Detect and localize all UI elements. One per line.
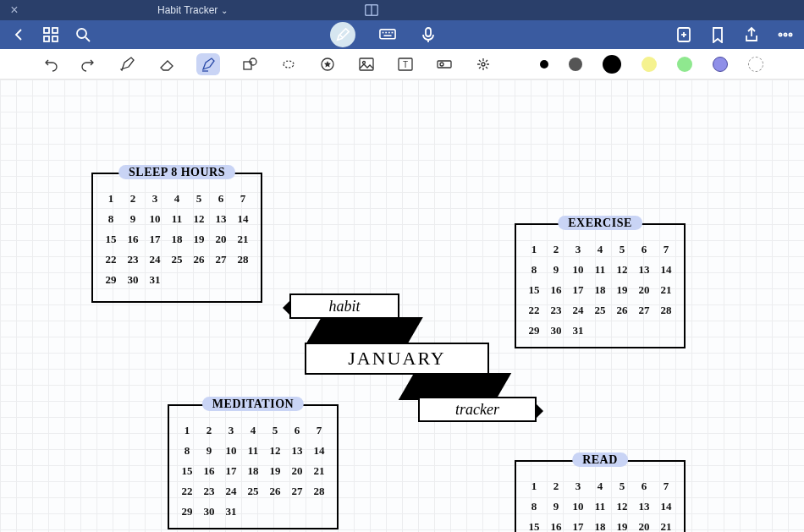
- day-cell[interactable]: 20: [288, 462, 306, 480]
- day-cell[interactable]: 31: [569, 321, 587, 340]
- day-cell[interactable]: 20: [635, 518, 653, 532]
- keyboard-icon[interactable]: [379, 26, 396, 43]
- day-cell[interactable]: 11: [591, 261, 609, 279]
- day-cell[interactable]: 13: [635, 497, 653, 516]
- day-cell[interactable]: 21: [234, 230, 252, 249]
- day-cell[interactable]: 18: [168, 230, 186, 249]
- day-cell[interactable]: 6: [635, 477, 653, 496]
- redo-icon[interactable]: [80, 55, 98, 74]
- day-cell[interactable]: 14: [657, 261, 675, 279]
- day-cell[interactable]: 2: [547, 240, 565, 259]
- close-icon[interactable]: ×: [7, 2, 22, 19]
- day-cell[interactable]: 26: [266, 482, 284, 501]
- day-cell[interactable]: 18: [244, 462, 262, 480]
- pen-tool-icon[interactable]: [118, 55, 137, 74]
- day-cell[interactable]: 8: [102, 210, 120, 228]
- day-cell[interactable]: 21: [310, 462, 328, 480]
- day-cell[interactable]: 5: [190, 189, 208, 208]
- day-cell[interactable]: 19: [613, 281, 631, 299]
- day-cell[interactable]: 2: [200, 421, 218, 440]
- day-cell[interactable]: 14: [234, 210, 252, 228]
- day-cell[interactable]: 7: [657, 477, 675, 496]
- day-cell[interactable]: 7: [657, 240, 675, 259]
- split-view-icon[interactable]: [363, 2, 380, 19]
- day-cell[interactable]: 24: [222, 482, 240, 501]
- day-cell[interactable]: 3: [146, 189, 164, 208]
- bookmark-icon[interactable]: [709, 26, 726, 43]
- day-cell[interactable]: 12: [613, 261, 631, 279]
- thumbnails-icon[interactable]: [42, 26, 59, 43]
- day-cell[interactable]: 3: [222, 421, 240, 440]
- day-cell[interactable]: 2: [124, 189, 142, 208]
- day-cell[interactable]: 16: [124, 230, 142, 249]
- more-icon[interactable]: [777, 26, 794, 43]
- day-cell[interactable]: 1: [525, 477, 543, 496]
- day-cell[interactable]: 31: [146, 271, 164, 289]
- day-cell[interactable]: 17: [569, 281, 587, 299]
- favorites-tool-icon[interactable]: [318, 55, 337, 74]
- day-cell[interactable]: 13: [288, 442, 306, 460]
- day-cell[interactable]: 19: [190, 230, 208, 249]
- canvas[interactable]: SLEEP 8 HOURS123456789101112131415161718…: [0, 80, 804, 532]
- back-icon[interactable]: [10, 26, 27, 43]
- day-cell[interactable]: 15: [178, 462, 196, 480]
- day-cell[interactable]: 26: [190, 250, 208, 269]
- stroke-size-medium[interactable]: [569, 58, 582, 71]
- day-cell[interactable]: 13: [212, 210, 230, 228]
- day-cell[interactable]: 4: [591, 240, 609, 259]
- day-cell[interactable]: 15: [102, 230, 120, 249]
- day-cell[interactable]: 14: [657, 497, 675, 516]
- color-swatch-purple[interactable]: [713, 57, 728, 72]
- day-cell[interactable]: 24: [569, 301, 587, 320]
- day-cell[interactable]: 22: [102, 250, 120, 269]
- day-cell[interactable]: 17: [569, 518, 587, 532]
- day-cell[interactable]: 27: [212, 250, 230, 269]
- color-swatch-yellow[interactable]: [642, 57, 657, 72]
- day-cell[interactable]: 10: [569, 261, 587, 279]
- tape-tool-icon[interactable]: [435, 55, 454, 74]
- day-cell[interactable]: 26: [613, 301, 631, 320]
- day-cell[interactable]: 23: [200, 482, 218, 501]
- lasso-tool-icon[interactable]: [279, 55, 298, 74]
- day-cell[interactable]: 25: [591, 301, 609, 320]
- day-cell[interactable]: 9: [547, 497, 565, 516]
- day-cell[interactable]: 28: [657, 301, 675, 320]
- day-cell[interactable]: 6: [635, 240, 653, 259]
- day-cell[interactable]: 23: [547, 301, 565, 320]
- stroke-size-large[interactable]: [603, 55, 621, 74]
- day-cell[interactable]: 1: [525, 240, 543, 259]
- day-cell[interactable]: 7: [234, 189, 252, 208]
- shape-tool-icon[interactable]: [240, 55, 259, 74]
- day-cell[interactable]: 16: [200, 462, 218, 480]
- day-cell[interactable]: 5: [613, 477, 631, 496]
- day-cell[interactable]: 1: [178, 421, 196, 440]
- day-cell[interactable]: 14: [310, 442, 328, 460]
- image-tool-icon[interactable]: [357, 55, 376, 74]
- day-cell[interactable]: 21: [657, 281, 675, 299]
- day-cell[interactable]: 16: [547, 281, 565, 299]
- day-cell[interactable]: 20: [635, 281, 653, 299]
- day-cell[interactable]: 10: [569, 497, 587, 516]
- day-cell[interactable]: 28: [310, 482, 328, 501]
- day-cell[interactable]: 8: [525, 497, 543, 516]
- day-cell[interactable]: 12: [266, 442, 284, 460]
- day-cell[interactable]: 12: [613, 497, 631, 516]
- day-cell[interactable]: 18: [591, 281, 609, 299]
- highlighter-tool-icon[interactable]: [196, 53, 220, 75]
- day-cell[interactable]: 11: [168, 210, 186, 228]
- stroke-size-small[interactable]: [540, 60, 548, 69]
- day-cell[interactable]: 25: [168, 250, 186, 269]
- day-cell[interactable]: 16: [547, 518, 565, 532]
- day-cell[interactable]: 8: [525, 261, 543, 279]
- elements-tool-icon[interactable]: [474, 55, 493, 74]
- day-cell[interactable]: 1: [102, 189, 120, 208]
- share-icon[interactable]: [743, 26, 760, 43]
- day-cell[interactable]: 10: [146, 210, 164, 228]
- day-cell[interactable]: 4: [168, 189, 186, 208]
- day-cell[interactable]: 17: [146, 230, 164, 249]
- day-cell[interactable]: 29: [102, 271, 120, 289]
- day-cell[interactable]: 10: [222, 442, 240, 460]
- day-cell[interactable]: 9: [200, 442, 218, 460]
- day-cell[interactable]: 8: [178, 442, 196, 460]
- day-cell[interactable]: 27: [288, 482, 306, 501]
